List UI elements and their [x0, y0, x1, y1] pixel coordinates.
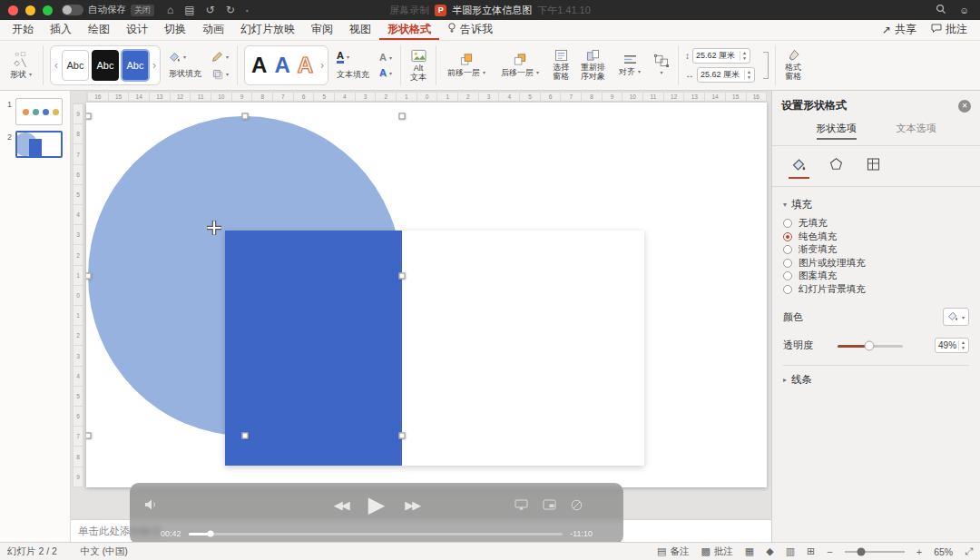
- zoom-in-icon[interactable]: +: [916, 546, 922, 557]
- shape-fill-button[interactable]: ▾: [167, 50, 203, 64]
- shape-style-preset[interactable]: Abc: [122, 50, 149, 81]
- play-button[interactable]: ▶: [368, 492, 385, 517]
- ribbon-tab[interactable]: 插入: [42, 21, 80, 40]
- transparency-stepper[interactable]: ▲▼: [958, 340, 965, 350]
- comments-button[interactable]: 批注: [931, 22, 967, 37]
- text-outline-button[interactable]: A ▾: [377, 52, 394, 64]
- color-picker-button[interactable]: ▾: [943, 308, 969, 326]
- fill-option[interactable]: 图片或纹理填充: [783, 257, 969, 270]
- ribbon-tab[interactable]: 开始: [4, 21, 42, 40]
- size-properties-tab-icon[interactable]: [863, 155, 884, 179]
- ribbon-tab[interactable]: 形状格式: [379, 21, 439, 40]
- ribbon-tab[interactable]: 切换: [156, 21, 194, 40]
- gallery-prev-icon[interactable]: ‹: [54, 59, 59, 72]
- selection-handle-w[interactable]: [86, 273, 92, 280]
- comments-toggle-button[interactable]: ▩ 批注: [701, 545, 732, 558]
- selection-handle-nw[interactable]: [86, 113, 92, 120]
- language-indicator[interactable]: 中文 (中国): [81, 545, 128, 558]
- ribbon-tab[interactable]: 设计: [118, 21, 156, 40]
- align-button[interactable]: 对齐▾: [614, 52, 645, 80]
- airplay-icon[interactable]: [514, 499, 528, 514]
- gallery-next-icon[interactable]: ›: [152, 59, 157, 72]
- text-fill-button[interactable]: A ▾: [335, 50, 371, 64]
- undo-icon[interactable]: ↺: [206, 4, 215, 16]
- group-objects-button[interactable]: ▾: [652, 53, 671, 79]
- fill-and-line-tab-icon[interactable]: [789, 155, 809, 179]
- ribbon-tab[interactable]: 审阅: [303, 21, 341, 40]
- slideshow-view-icon[interactable]: ⊞: [807, 545, 815, 557]
- transparency-slider[interactable]: [838, 340, 903, 351]
- selection-handle-e[interactable]: [399, 273, 406, 280]
- selection-handle-ne[interactable]: [399, 113, 406, 120]
- zoom-slider-thumb[interactable]: [858, 547, 866, 555]
- fill-option[interactable]: 图案填充: [783, 270, 969, 283]
- chevron-down-icon[interactable]: ▾: [246, 7, 249, 14]
- ribbon-tab[interactable]: 绘图: [80, 21, 118, 40]
- maximize-window-button[interactable]: [43, 5, 53, 15]
- progress-knob[interactable]: [208, 531, 214, 537]
- wordart-preset[interactable]: A: [248, 54, 270, 76]
- zoom-slider[interactable]: [845, 547, 905, 556]
- save-icon[interactable]: ▤: [184, 4, 194, 16]
- slide-sorter-view-icon[interactable]: ◆: [766, 545, 773, 557]
- normal-view-icon[interactable]: ▦: [745, 545, 754, 557]
- picture-in-picture-icon[interactable]: [543, 499, 556, 514]
- search-icon[interactable]: [936, 4, 946, 16]
- ribbon-tab[interactable]: 动画: [194, 21, 232, 40]
- shape-effects-button[interactable]: ▾: [210, 67, 230, 81]
- thumbnail-row-1[interactable]: 1: [0, 95, 70, 128]
- more-options-icon[interactable]: [571, 499, 583, 514]
- transparency-value-field[interactable]: 49% ▲▼: [935, 338, 969, 353]
- fast-forward-button[interactable]: ▶▶: [405, 498, 419, 512]
- send-backward-button[interactable]: 后移一层▾: [496, 51, 544, 81]
- ribbon-tab[interactable]: 幻灯片放映: [232, 21, 303, 40]
- effects-tab-icon[interactable]: [826, 155, 847, 179]
- rewind-button[interactable]: ◀◀: [334, 498, 348, 512]
- bring-forward-button[interactable]: 前移一层▾: [443, 51, 490, 81]
- format-pane-button[interactable]: 格式窗格: [782, 47, 804, 84]
- panel-tab[interactable]: 形状选项: [817, 122, 857, 140]
- selection-handle-sw[interactable]: [86, 433, 92, 439]
- autosave-control[interactable]: 自动保存 关闭: [62, 4, 154, 16]
- close-window-button[interactable]: [8, 5, 18, 15]
- width-stepper[interactable]: ▲▼: [744, 70, 751, 80]
- shape-outline-button[interactable]: ▾: [210, 50, 230, 64]
- slider-thumb[interactable]: [864, 340, 874, 350]
- reorder-objects-button[interactable]: 重新排序对象: [578, 47, 608, 84]
- text-effects-button[interactable]: A ▾: [377, 67, 394, 79]
- blue-rectangle-shape[interactable]: [225, 231, 402, 466]
- gallery-next-icon[interactable]: ›: [319, 59, 325, 72]
- progress-bar[interactable]: [189, 533, 564, 535]
- close-panel-icon[interactable]: ✕: [958, 100, 971, 113]
- fill-option[interactable]: 幻灯片背景填充: [783, 283, 969, 297]
- ribbon-tab[interactable]: 视图: [341, 21, 379, 40]
- slide-2-thumbnail[interactable]: [15, 131, 63, 158]
- height-stepper[interactable]: ▲▼: [740, 51, 747, 61]
- wordart-preset[interactable]: A: [270, 54, 293, 76]
- shape-width-field[interactable]: 25.62 厘米 ▲▼: [697, 67, 755, 83]
- reading-view-icon[interactable]: ▥: [786, 545, 795, 557]
- autosave-toggle-icon[interactable]: [62, 5, 83, 15]
- slide-editing-surface[interactable]: [86, 103, 767, 487]
- fill-section-header[interactable]: ▾ 填充: [783, 194, 969, 217]
- line-section-header[interactable]: ▸ 线条: [783, 369, 969, 392]
- redo-icon[interactable]: ↻: [226, 4, 235, 16]
- slide-1-thumbnail[interactable]: [15, 98, 63, 125]
- selection-handle-n[interactable]: [242, 113, 249, 120]
- fit-slide-icon[interactable]: ⤢: [965, 545, 973, 557]
- notes-toggle-button[interactable]: ▤ 备注: [657, 545, 689, 558]
- selection-handle-s[interactable]: [242, 433, 249, 439]
- minimize-window-button[interactable]: [25, 5, 35, 15]
- home-icon[interactable]: ⌂: [167, 4, 173, 16]
- thumbnail-row-2[interactable]: 2: [0, 128, 70, 161]
- panel-tab[interactable]: 文本选项: [897, 122, 936, 140]
- shape-style-preset[interactable]: Abc: [62, 50, 89, 81]
- fill-option[interactable]: 纯色填充: [783, 231, 969, 244]
- selection-pane-button[interactable]: 选择窗格: [550, 47, 572, 84]
- shape-style-preset[interactable]: Abc: [92, 50, 119, 81]
- share-button[interactable]: ↗ 共享: [882, 22, 916, 37]
- shape-height-field[interactable]: 25.62 厘米 ▲▼: [692, 48, 750, 64]
- volume-icon[interactable]: [144, 498, 159, 514]
- wordart-preset[interactable]: A: [294, 54, 317, 76]
- insert-shape-gallery[interactable]: ○□◇╲ 形状▾: [5, 48, 36, 82]
